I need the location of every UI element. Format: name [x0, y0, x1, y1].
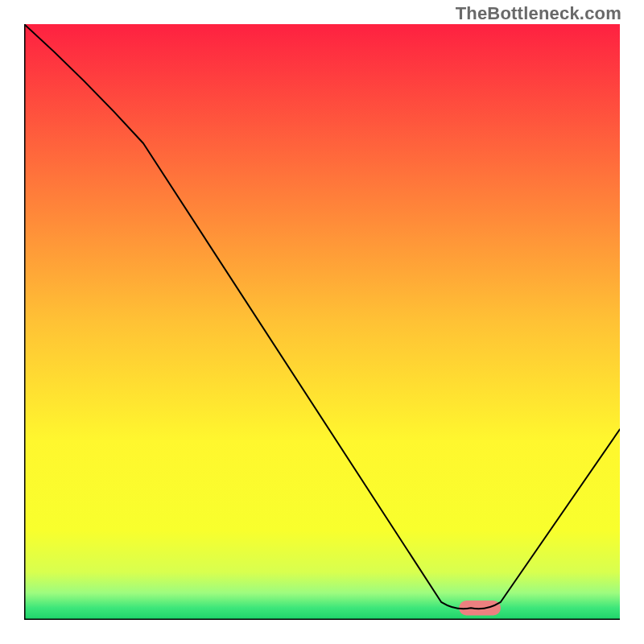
bottleneck-chart — [24, 24, 620, 620]
gradient-background — [24, 24, 620, 620]
plot-area — [24, 24, 620, 620]
chart-canvas: TheBottleneck.com — [0, 0, 644, 644]
watermark-text: TheBottleneck.com — [456, 3, 621, 24]
